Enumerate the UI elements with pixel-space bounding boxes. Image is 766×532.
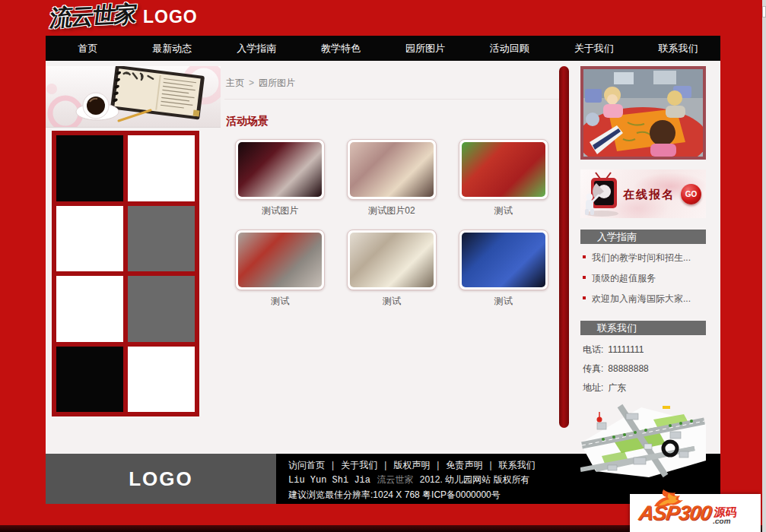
photo-image — [238, 142, 322, 197]
checker-cell — [56, 135, 123, 201]
coffee-notebook-illustration — [46, 66, 221, 127]
contact-value: 11111111 — [608, 344, 644, 355]
main-nav: 首页最新动态入学指南教学特色园所图片活动回顾关于我们联系我们 — [46, 36, 720, 61]
megaphone-mascot-icon — [582, 171, 621, 217]
right-sidebar: 在线报名 GO 入学指南 我们的教学时间和招生...顶级的超值服务欢迎加入南海国… — [580, 66, 706, 480]
checker-cell — [56, 276, 123, 342]
photo-image — [350, 233, 434, 287]
vertical-divider-bar — [559, 66, 569, 428]
online-signup-banner[interactable]: 在线报名 GO — [580, 169, 706, 218]
checker-cell — [128, 276, 195, 342]
photo-thumbnail[interactable] — [235, 139, 325, 200]
kids-activity-illustration — [583, 69, 703, 157]
copyright-latin: Liu Yun Shi Jia — [288, 475, 370, 486]
photo-caption: 测试图片 — [224, 204, 336, 217]
section-title: 活动场景 — [226, 115, 559, 128]
nav-item[interactable]: 入学指南 — [215, 42, 299, 55]
breadcrumb-current[interactable]: 园所图片 — [259, 78, 295, 88]
location-map — [580, 401, 706, 480]
breadcrumb-separator: > — [249, 78, 254, 88]
footer-link[interactable]: 访问首页 — [288, 460, 325, 470]
photo-cell: 测试 — [447, 230, 559, 308]
photo-caption: 测试图片02 — [336, 204, 448, 217]
nav-item[interactable]: 教学特色 — [299, 42, 383, 55]
photo-grid: 测试图片 测试图片02 测试 — [224, 139, 559, 308]
copyright-rest: 2012. 幼儿园网站 版权所有 — [420, 474, 530, 485]
contact-label: 电话: — [583, 344, 603, 355]
site-header: 流云世家 LOGO — [46, 0, 720, 36]
footer-link[interactable]: 免责声明 — [430, 460, 482, 470]
photo-caption: 测试 — [447, 295, 559, 308]
contact-section-header: 联系我们 — [580, 321, 706, 335]
go-button[interactable]: GO — [681, 184, 701, 204]
guide-link[interactable]: 顶级的超值服务 — [580, 268, 706, 289]
guide-link[interactable]: 我们的教学时间和招生... — [580, 248, 706, 268]
checker-cell — [56, 206, 123, 272]
contact-value: 88888888 — [608, 363, 648, 374]
photo-cell: 测试 — [336, 230, 448, 308]
photo-cell: 测试图片02 — [336, 139, 448, 217]
nav-item[interactable]: 关于我们 — [551, 42, 636, 55]
guide-link-list: 我们的教学时间和招生...顶级的超值服务欢迎加入南海国际大家... — [580, 248, 706, 309]
nav-item[interactable]: 园所图片 — [383, 42, 468, 55]
contact-label: 地址: — [583, 382, 603, 393]
checker-cell — [128, 347, 195, 413]
watermark-brand: ASP300 — [637, 502, 713, 525]
photo-thumbnail[interactable] — [459, 139, 548, 200]
contact-row: 传真:88888888 — [580, 359, 706, 378]
photo-cell: 测试 — [224, 230, 336, 308]
nav-item[interactable]: 活动回顾 — [467, 42, 551, 55]
photo-image — [350, 142, 434, 197]
scrollbar-thumb[interactable] — [762, 6, 766, 17]
photo-thumbnail[interactable] — [347, 230, 437, 290]
contact-value: 广东 — [608, 382, 626, 393]
contact-row: 地址:广东 — [580, 378, 706, 397]
footer-logo: LOGO — [46, 454, 276, 504]
guide-section-header: 入学指南 — [580, 230, 706, 244]
watermark-text: ASP300 源码 .com — [637, 502, 739, 525]
page-container: 流云世家 LOGO 首页最新动态入学指南教学特色园所图片活动回顾关于我们联系我们 — [46, 0, 720, 504]
main-column: 主页>园所图片 活动场景 测试图片 — [224, 61, 559, 308]
nav-item[interactable]: 联系我们 — [636, 42, 720, 55]
footer-link[interactable]: 关于我们 — [325, 460, 377, 470]
photo-thumbnail[interactable] — [235, 230, 325, 290]
photo-image — [238, 233, 322, 287]
photo-image — [462, 233, 545, 287]
photo-caption: 测试 — [224, 295, 336, 308]
photo-thumbnail[interactable] — [347, 139, 437, 200]
brand-calligraphy-logo: 流云世家 — [48, 0, 138, 34]
coffee-notebook-banner — [46, 66, 221, 128]
checker-cell — [128, 206, 195, 272]
checker-cell — [128, 135, 195, 201]
signup-label: 在线报名 — [623, 188, 675, 202]
checkered-image-block — [52, 131, 199, 416]
footer-link[interactable]: 版权声明 — [377, 460, 430, 470]
photo-cell: 测试图片 — [224, 139, 336, 217]
copyright-brand: 流云世家 — [377, 474, 413, 485]
watermark-domain: .com — [712, 518, 736, 525]
location-map-illustration — [580, 401, 706, 477]
photo-caption: 测试 — [447, 204, 559, 217]
guide-link[interactable]: 欢迎加入南海国际大家... — [580, 289, 706, 309]
photo-cell: 测试 — [447, 139, 559, 217]
content-area: 主页>园所图片 活动场景 测试图片 — [46, 61, 720, 454]
contact-list: 电话:11111111 传真:88888888 地址:广东 — [580, 340, 706, 397]
site-logo-text: LOGO — [143, 7, 198, 27]
kids-activity-photo — [580, 66, 706, 160]
contact-row: 电话:11111111 — [580, 340, 706, 359]
breadcrumb: 主页>园所图片 — [224, 61, 559, 100]
photo-image — [462, 142, 545, 197]
footer-link[interactable]: 联系我们 — [482, 460, 535, 470]
breadcrumb-home-link[interactable]: 主页 — [226, 78, 244, 88]
nav-item[interactable]: 首页 — [46, 42, 130, 55]
scrollbar-track[interactable] — [762, 0, 766, 532]
asp300-watermark[interactable]: ASP300 源码 .com — [630, 494, 761, 532]
contact-label: 传真: — [583, 363, 603, 374]
photo-thumbnail[interactable] — [459, 230, 548, 290]
nav-item[interactable]: 最新动态 — [130, 42, 215, 55]
checker-cell — [56, 347, 123, 413]
photo-caption: 测试 — [336, 295, 448, 308]
watermark-tag: 源码 — [714, 506, 738, 518]
